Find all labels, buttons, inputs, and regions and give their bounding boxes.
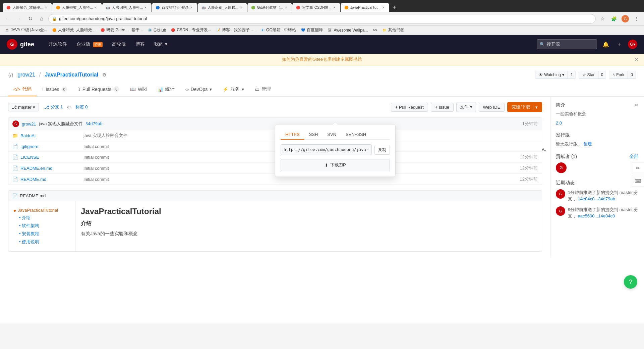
- announcement-close-button[interactable]: ✕: [634, 56, 639, 63]
- clone-tab-ssh[interactable]: SSH: [304, 130, 323, 140]
- search-bar[interactable]: 🔍 搜开源: [537, 39, 597, 49]
- float-edit-button[interactable]: ✏: [632, 162, 644, 174]
- reload-button[interactable]: ↻: [25, 14, 35, 23]
- plus-icon[interactable]: +: [614, 40, 624, 49]
- bookmark-wallpaper[interactable]: 🖼Awesome Wallpa...: [326, 27, 370, 33]
- activity-commit-link-2[interactable]: aac5600...14e04c0: [578, 213, 615, 218]
- tab-manage[interactable]: 🗂 管理: [249, 83, 276, 96]
- file-name-gitignore[interactable]: .gitignore: [20, 144, 81, 149]
- bookmark-java[interactable]: ☕JAVA 中级 |Java全...: [3, 27, 49, 34]
- repo-name[interactable]: JavaPracticalTutorial: [45, 72, 98, 78]
- bookmark-blog[interactable]: 📝博客 - 我的园子 -...: [214, 27, 257, 34]
- clone-url-input[interactable]: [281, 144, 372, 155]
- forward-button[interactable]: →: [14, 14, 23, 23]
- bookmark-more[interactable]: >>: [371, 27, 379, 33]
- home-button[interactable]: ⌂: [37, 14, 46, 23]
- float-keyboard-button[interactable]: ⌨: [632, 175, 644, 187]
- user-avatar[interactable]: G▾: [628, 40, 637, 49]
- nav-open-source[interactable]: 开源软件: [44, 39, 71, 49]
- nav-mine[interactable]: 我的 ▾: [150, 39, 171, 49]
- tab-devops[interactable]: ∞ DevOps ▾: [180, 83, 218, 96]
- file-name-readme[interactable]: README.md: [20, 177, 81, 182]
- intro-edit-icon[interactable]: ✏: [635, 102, 639, 108]
- tab-code[interactable]: </> 代码: [8, 83, 37, 96]
- star-button[interactable]: ☆ Star: [579, 71, 598, 79]
- toc-item-arch[interactable]: • 软件架构: [19, 222, 70, 230]
- browser-tab-2[interactable]: 🟠 人像特效_人脸特... ×: [52, 3, 102, 12]
- tab-close-1[interactable]: ×: [43, 5, 49, 10]
- user-avatar-icon[interactable]: G: [621, 14, 630, 23]
- tab-close-8[interactable]: ×: [380, 5, 386, 10]
- watching-button[interactable]: 👁 Watching ▾: [535, 71, 568, 79]
- webide-button[interactable]: Web IDE: [479, 103, 505, 112]
- tab-close-5[interactable]: ×: [238, 5, 244, 10]
- fork-button[interactable]: ⑃ Fork: [609, 71, 628, 79]
- nav-enterprise[interactable]: 企业版 特惠: [72, 39, 107, 49]
- branch-count-link[interactable]: ⎇ 分支 1: [44, 104, 63, 110]
- address-bar[interactable]: 🔒 gitee.com/guochaodong/java-practical-t…: [48, 14, 596, 23]
- star-count[interactable]: 0: [598, 71, 606, 79]
- tab-close-7[interactable]: ×: [332, 5, 337, 10]
- browser-tab-1[interactable]: 🔴 人脸融合_准确率... ×: [3, 3, 52, 12]
- bookmark-github[interactable]: ⚙️GitHub: [145, 27, 168, 33]
- clone-tab-https[interactable]: HTTPS: [281, 130, 304, 140]
- issue-button[interactable]: + Issue: [431, 103, 454, 112]
- bookmark-portrait[interactable]: 🟠人像特效_人脸特效...: [50, 27, 98, 34]
- tab-issues[interactable]: ! Issues 0: [37, 83, 72, 96]
- bookmark-gitee[interactable]: 🔴码云 Gitee — 基于...: [98, 27, 145, 34]
- browser-tab-3[interactable]: 🤖 人脸识别_人脸检... ×: [102, 3, 152, 12]
- tab-close-6[interactable]: ×: [283, 5, 289, 10]
- bookmark-qq[interactable]: 📧QQ邮箱 - 中转站: [258, 27, 298, 34]
- pull-request-button[interactable]: + Pull Request: [391, 103, 428, 112]
- tab-pull-requests[interactable]: ⤵ Pull Requests 0: [73, 83, 125, 96]
- activity-commit-link-1[interactable]: 14e04c0...34d79ab: [578, 196, 615, 201]
- branch-selector[interactable]: ⎇ master ▾: [8, 103, 39, 111]
- tab-close-2[interactable]: ×: [93, 5, 99, 10]
- repo-settings-icon[interactable]: ⚙: [102, 72, 107, 78]
- tab-close-4[interactable]: ×: [189, 5, 194, 10]
- toc-item-install[interactable]: • 安装教程: [19, 230, 70, 238]
- file-button[interactable]: 文件 ▾: [456, 102, 476, 112]
- browser-tab-6[interactable]: 🟢 Git系列教材（... ×: [247, 3, 292, 12]
- new-tab-button[interactable]: +: [390, 3, 399, 12]
- toc-item-main[interactable]: JavaPracticalTutorial: [14, 207, 70, 214]
- commit-author-link[interactable]: grow21: [22, 121, 36, 127]
- bookmark-baidu-translate[interactable]: 💙百度翻译: [299, 27, 325, 34]
- bookmark-csdn[interactable]: 🔴CSDN - 专业开发...: [169, 27, 213, 34]
- file-name-readme-en[interactable]: README.en.md: [20, 166, 81, 171]
- back-button[interactable]: ←: [3, 14, 12, 23]
- menu-icon[interactable]: ⋮: [632, 14, 641, 23]
- browser-tab-5[interactable]: 🤖 人脸识别_人脸检... ×: [198, 3, 247, 12]
- create-release-link[interactable]: 创建: [583, 141, 592, 146]
- bell-icon[interactable]: 🔔: [601, 40, 610, 49]
- toc-item-intro[interactable]: • 介绍: [19, 214, 70, 222]
- clone-download-button[interactable]: 克隆/下载 ▾: [507, 102, 542, 112]
- tab-wiki[interactable]: 📖 Wiki: [125, 83, 152, 96]
- contributor-avatar-1[interactable]: G: [556, 162, 567, 173]
- commit-hash-link[interactable]: 34d79ab: [85, 121, 103, 126]
- nav-university[interactable]: 高校版: [108, 39, 130, 49]
- toc-item-usage[interactable]: • 使用说明: [19, 238, 70, 246]
- tab-stats[interactable]: 📊 统计: [152, 83, 180, 96]
- fork-count[interactable]: 0: [628, 71, 636, 79]
- clone-tab-svnssl[interactable]: SVN+SSH: [341, 130, 371, 140]
- file-name-license[interactable]: LICENSE: [20, 155, 81, 160]
- extensions-icon[interactable]: 🧩: [609, 14, 619, 23]
- float-help-button[interactable]: ?: [624, 275, 637, 289]
- bookmark-others[interactable]: 📁其他书签: [380, 27, 406, 34]
- nav-blog[interactable]: 博客: [131, 39, 149, 49]
- browser-tab-4[interactable]: 🔵 百度智能云-登录 ×: [152, 3, 197, 12]
- watching-count[interactable]: 1: [568, 71, 576, 79]
- version-link[interactable]: 2.0: [556, 120, 639, 126]
- tab-service[interactable]: ⚡ 服务 ▾: [217, 83, 249, 96]
- contributors-all-link[interactable]: 全部: [629, 154, 639, 160]
- browser-tab-8[interactable]: 🟠 JavaPracticalTut... ×: [341, 3, 389, 12]
- repo-owner[interactable]: grow21: [17, 72, 35, 78]
- file-name-baiduai[interactable]: BaiduAi: [20, 133, 81, 138]
- bookmark-star-icon[interactable]: ☆: [598, 14, 607, 23]
- clone-copy-button[interactable]: 复制: [374, 145, 390, 155]
- tag-count-link[interactable]: 标签 0: [75, 104, 88, 110]
- clone-tab-svn[interactable]: SVN: [323, 130, 341, 140]
- tab-close-3[interactable]: ×: [143, 5, 148, 10]
- gitee-logo[interactable]: G gitee: [7, 39, 34, 50]
